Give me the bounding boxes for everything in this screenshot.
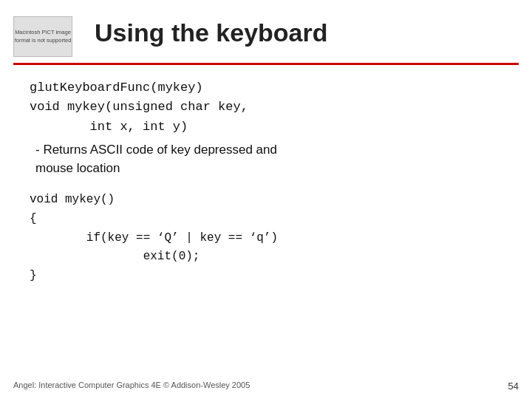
description: - Returns ASCII code of key depressed an… (30, 141, 502, 177)
description-line-2: mouse location (35, 160, 502, 178)
footer: Angel: Interactive Computer Graphics 4E … (0, 381, 532, 392)
logo-box: Macintosh PICT image format is not suppo… (13, 16, 72, 57)
logo-area: Macintosh PICT image format is not suppo… (13, 13, 80, 57)
header-area: Macintosh PICT image format is not suppo… (0, 0, 532, 57)
code-line-3: int x, int y) (30, 117, 502, 137)
title-area: Using the keyboard (95, 13, 510, 47)
page-number: 54 (508, 381, 519, 392)
code-block-2: void mykey() { if(key == ‘Q’ | key == ‘q… (30, 191, 502, 285)
code-block-1: glutKeyboardFunc(mykey) void mykey(unsig… (30, 78, 502, 137)
slide-title: Using the keyboard (95, 13, 510, 47)
code-line-1: glutKeyboardFunc(mykey) (30, 78, 502, 98)
footer-citation: Angel: Interactive Computer Graphics 4E … (13, 381, 250, 392)
code2-line-1: void mykey() (30, 191, 502, 210)
code2-line-4: exit(0); (30, 248, 502, 267)
code2-line-5: } (30, 267, 502, 286)
code-line-2: void mykey(unsigned char key, (30, 98, 502, 117)
code2-line-2: { (30, 210, 502, 229)
content-area: glutKeyboardFunc(mykey) void mykey(unsig… (0, 65, 532, 293)
code2-line-3: if(key == ‘Q’ | key == ‘q’) (30, 229, 502, 248)
description-line-1: - Returns ASCII code of key depressed an… (35, 141, 502, 160)
slide-container: Macintosh PICT image format is not suppo… (0, 0, 532, 399)
